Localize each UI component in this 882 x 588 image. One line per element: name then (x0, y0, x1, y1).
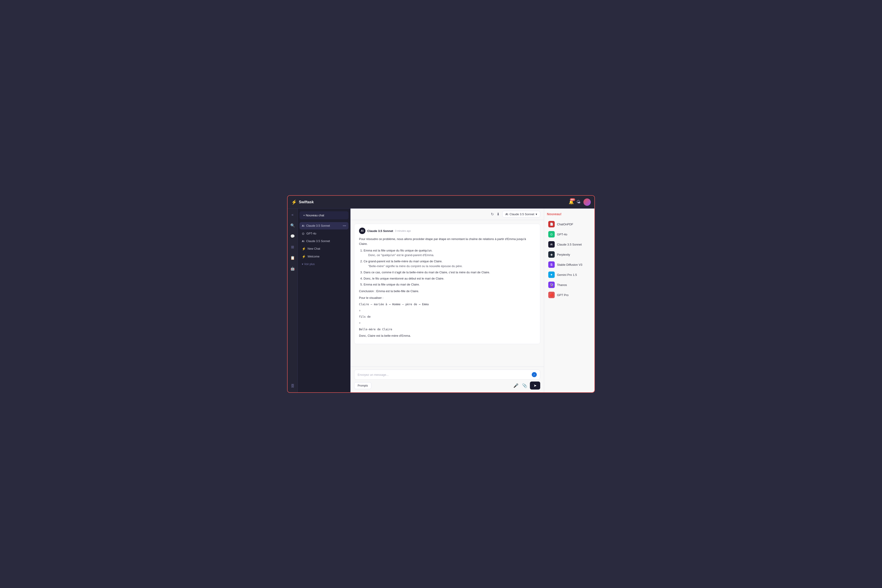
panel-item-claude35[interactable]: A\ Claude 3.5 Sonnet (547, 239, 592, 249)
step-detail: Donc, ce "quelqu'un" est le grand-parent… (368, 254, 434, 257)
chat-item-claude35[interactable]: A\ Claude 3.5 Sonnet ••• (300, 222, 348, 230)
thanos-panel-icon: 🔮 (548, 282, 555, 288)
top-bar: ⚡ Swiftask 🔔 99+ 🌤 (288, 196, 594, 208)
chat-item-welcome[interactable]: ⚡ Welcome (300, 253, 348, 260)
panel-item-label: GPT-4o (557, 232, 567, 236)
attach-icon: 📎 (522, 383, 527, 388)
welcome-icon: ⚡ (302, 255, 306, 258)
panel-item-label: Claude 3.5 Sonnet (557, 243, 582, 246)
visual-fils: fils de (359, 315, 536, 319)
conclusion: Conclusion : Emma est la belle-fille de … (359, 289, 536, 294)
panel-item-chatonpdf[interactable]: 📄 ChatOnPDF (547, 219, 592, 229)
weather-icon[interactable]: 🌤 (576, 200, 580, 204)
gptpro-panel-icon: 🔴 (548, 292, 555, 298)
notification-bell[interactable]: 🔔 99+ (569, 200, 574, 205)
chat-header: ↻ ⬇ A\ Claude 3.5 Sonnet ▾ (351, 208, 544, 220)
chat-item-label: Welcome (308, 255, 346, 258)
chat-list: A\ Claude 3.5 Sonnet ••• ⊙ GPT-4o A\ Cla… (300, 222, 348, 260)
gpt4o-panel-icon: ⊙ (548, 231, 555, 237)
refresh-icon[interactable]: ↻ (491, 212, 494, 216)
send-button[interactable]: ➤ (530, 381, 540, 390)
download-icon[interactable]: ⬇ (496, 212, 500, 216)
model-icon: A\ (506, 213, 508, 216)
panel-item-label: Stable Diffusion V3 (557, 263, 582, 266)
nouveau-label: Nouveau! (547, 212, 592, 216)
final-conclusion: Donc, Claire est la belle-mère d'Emma. (359, 333, 536, 338)
model-name: Claude 3.5 Sonnet (510, 213, 534, 216)
chat-item-claude35b[interactable]: A\ Claude 3.5 Sonnet (300, 238, 348, 244)
list-item: Ce grand-parent est la belle-mère du mar… (364, 259, 536, 269)
chevron-down-icon: ▾ (536, 213, 537, 216)
chevron-down-icon: ▾ (302, 262, 303, 266)
main-layout: « 🔍 💬 ⊞ 📋 🤖 🗄 + Nouveau chat A\ Claude 3… (288, 208, 594, 392)
gemini-panel-icon: ✦ (548, 272, 555, 278)
panel-item-gemini[interactable]: ✦ Gemini Pro 1.5 (547, 270, 592, 280)
message-header: A\ Claude 3.5 Sonnet 3 minutes ago (359, 228, 536, 234)
search-icon-button[interactable]: 🔍 (289, 222, 296, 229)
stable-panel-icon: S (548, 261, 555, 268)
claude-icon-b: A\ (302, 240, 304, 243)
notification-count: 99+ (570, 198, 575, 201)
step-detail: "Belle-mère" signifie la mère du conjoin… (368, 264, 463, 268)
chat-item-newchat[interactable]: ⚡ New Chat (300, 245, 348, 252)
chat-item-label: GPT-4o (306, 232, 346, 235)
attach-button[interactable]: 📎 (521, 382, 528, 389)
chat-item-gpt4o[interactable]: ⊙ GPT-4o (300, 230, 348, 237)
app-title: Swiftask (299, 200, 314, 204)
db-icon-button[interactable]: 🗄 (290, 382, 296, 390)
new-chat-button[interactable]: + Nouveau chat (300, 212, 348, 219)
perplexity-panel-icon: ◈ (548, 251, 555, 258)
mic-icon: 🎤 (513, 383, 518, 388)
message-input-box: ✓ (354, 370, 540, 380)
panel-item-label: GPT Pro (557, 293, 568, 297)
claude-panel-icon: A\ (548, 241, 555, 248)
chat-item-label: New Chat (308, 247, 346, 250)
newchat-icon: ⚡ (302, 247, 306, 250)
collapse-sidebar-button[interactable]: « (290, 212, 295, 218)
model-selector[interactable]: A\ Claude 3.5 Sonnet ▾ (502, 211, 540, 218)
message-content: Pour résoudre ce problème, nous allons p… (359, 237, 536, 338)
gpt4o-icon: ⊙ (302, 232, 304, 236)
sidebar-icons: « 🔍 💬 ⊞ 📋 🤖 🗄 (288, 208, 298, 392)
prompts-button[interactable]: Prompts (354, 382, 371, 389)
panel-item-label: Thanos (557, 283, 567, 286)
panel-item-gptpro[interactable]: 🔴 GPT Pro (547, 290, 592, 300)
model-avatar: A\ (359, 228, 365, 234)
confirm-icon[interactable]: ✓ (532, 372, 537, 377)
panel-item-thanos[interactable]: 🔮 Thanos (547, 280, 592, 290)
panel-item-gpt4o[interactable]: ⊙ GPT-4o (547, 229, 592, 239)
panel-item-label: Gemini Pro 1.5 (557, 273, 577, 276)
chat-sidebar: + Nouveau chat A\ Claude 3.5 Sonnet ••• … (298, 208, 351, 392)
right-panel: Nouveau! 📄 ChatOnPDF ⊙ GPT-4o A\ Claude … (544, 208, 594, 392)
message-model-name: Claude 3.5 Sonnet (367, 229, 393, 232)
chat-messages[interactable]: A\ Claude 3.5 Sonnet 3 minutes ago Pour … (351, 220, 544, 367)
message-input[interactable] (358, 373, 532, 376)
chat-icon-button[interactable]: 💬 (289, 232, 296, 240)
list-item: Emma est la fille unique du fils unique … (364, 248, 536, 258)
panel-item-stable[interactable]: S Stable Diffusion V3 (547, 260, 592, 270)
message-time: 3 minutes ago (395, 230, 411, 232)
mic-button[interactable]: 🎤 (512, 382, 519, 389)
grid-icon-button[interactable]: ⊞ (290, 243, 296, 250)
top-bar-right: 🔔 99+ 🌤 (569, 198, 591, 206)
see-more-button[interactable]: ▾ Voir plus (300, 261, 348, 267)
panel-item-label: ChatOnPDF (557, 223, 573, 226)
arrow1: ↑ (359, 309, 536, 313)
message-intro: Pour résoudre ce problème, nous allons p… (359, 237, 536, 246)
chat-item-label: Claude 3.5 Sonnet (306, 224, 341, 227)
list-item: Donc, le fils unique mentionné au début … (364, 276, 536, 281)
chat-main: ↻ ⬇ A\ Claude 3.5 Sonnet ▾ A\ Claude 3.5… (351, 208, 544, 392)
item-dots[interactable]: ••• (343, 224, 346, 228)
send-icon: ➤ (534, 384, 537, 387)
input-actions: Prompts 🎤 📎 ➤ (354, 381, 540, 390)
logo-area: ⚡ Swiftask (291, 200, 314, 205)
doc-icon-button[interactable]: 📋 (289, 254, 296, 261)
panel-item-label: Perplexity (557, 253, 570, 256)
message-block: A\ Claude 3.5 Sonnet 3 minutes ago Pour … (354, 224, 540, 344)
robot-icon-button[interactable]: 🤖 (289, 265, 296, 272)
arrow2: ↑ (359, 321, 536, 325)
list-item: Dans ce cas, comme il s'agit de la belle… (364, 270, 536, 275)
panel-item-perplexity[interactable]: ◈ Perplexity (547, 249, 592, 260)
see-more-label: Voir plus (304, 262, 315, 266)
user-avatar[interactable] (584, 198, 591, 206)
